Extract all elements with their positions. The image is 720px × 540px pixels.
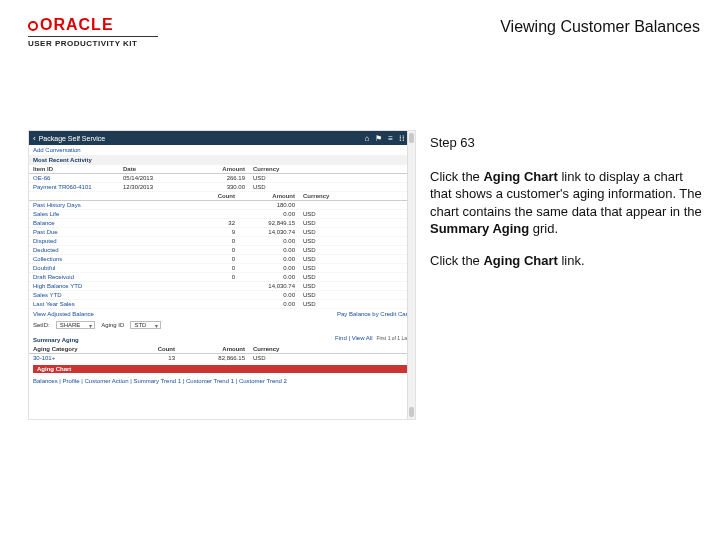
summary-aging-title: Summary Aging [33,334,83,344]
find-viewall-link[interactable]: Find | View All [335,335,372,341]
table-row: OE-66 05/14/2013 266.19 USD [29,174,415,183]
table-row: Draft Receivoid00.00USD [29,273,415,282]
back-icon[interactable]: ‹ [33,134,36,143]
bottom-tabs[interactable]: Balances | Profile | Customer Action | S… [29,376,415,386]
section-most-recent: Most Recent Activity [29,155,415,165]
app-screenshot: ‹ Package Self Service ⌂ ⚑ ≡ ⁞⁞ Add Conv… [28,130,416,420]
pay-credit-link[interactable]: Pay Balance by Credit Card [337,311,411,317]
brand-product: USER PRODUCTIVITY KIT [28,39,158,48]
brand-logo: ORACLE [28,16,158,34]
table-row: High Balance YTD14,030.74USD [29,282,415,291]
setid-select[interactable]: SHARE [56,321,96,329]
table-row: Disputed00.00USD [29,237,415,246]
aging-category-link[interactable]: 30-101+ [33,355,123,361]
aging-selectors: SetID: SHARE Aging ID STD [29,319,415,331]
instruction-paragraph: Click the Aging Chart link. [430,252,702,270]
scrollbar[interactable] [407,131,415,419]
instruction-panel: Step 63 Click the Aging Chart link to di… [430,130,702,520]
table-row: 30-101+ 13 82,866.15 USD [29,354,415,362]
pager[interactable]: First 1 of 1 Last [377,335,411,341]
add-conversation-link[interactable]: Add Conversation [29,145,415,155]
balance-grid-header: Count Amount Currency [29,192,415,201]
app-titlebar: ‹ Package Self Service ⌂ ⚑ ≡ ⁞⁞ [29,131,415,145]
brand-block: ORACLE USER PRODUCTIVITY KIT [28,16,158,48]
instruction-paragraph: Click the Aging Chart link to display a … [430,168,702,238]
grid-icon[interactable]: ⁞⁞ [399,134,405,143]
view-adjusted-link[interactable]: View Adjusted Balance [33,311,94,317]
table-row: Last Year Sales0.00USD [29,300,415,309]
page-title: Viewing Customer Balances [500,18,700,36]
table-row: Collections00.00USD [29,255,415,264]
table-row: Deducted00.00USD [29,246,415,255]
table-row: Payment TR060-4101 12/30/2013 330.00 USD [29,183,415,192]
app-title: Package Self Service [39,135,106,142]
menu-icon[interactable]: ≡ [388,134,393,143]
table-row: Balance3292,849.15USD [29,219,415,228]
agingid-select[interactable]: STD [130,321,161,329]
recent-grid-header: Item ID Date Amount Currency [29,165,415,174]
aging-grid-header: Aging Category Count Amount Currency [29,345,415,354]
aging-chart-link[interactable]: Aging Chart [33,365,411,373]
table-row: Sales YTD0.00USD [29,291,415,300]
table-row: Past History Days180.00 [29,201,415,210]
table-row: Sales Life0.00USD [29,210,415,219]
item-link[interactable]: Payment TR060-4101 [33,184,123,190]
table-row: Past Due914,030.74USD [29,228,415,237]
home-icon[interactable]: ⌂ [364,134,369,143]
table-row: Doubtful00.00USD [29,264,415,273]
step-label: Step 63 [430,134,702,152]
item-link[interactable]: OE-66 [33,175,123,181]
flag-icon[interactable]: ⚑ [375,134,382,143]
